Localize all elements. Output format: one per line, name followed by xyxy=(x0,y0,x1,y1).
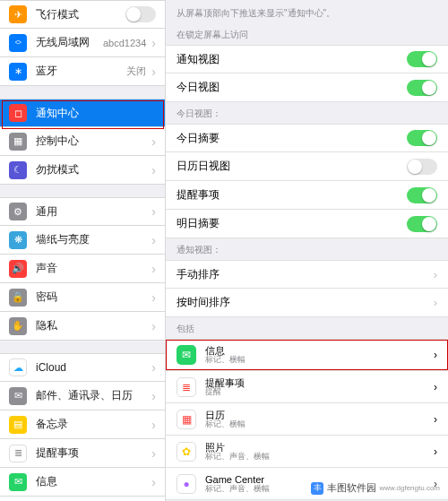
chevron-right-icon: › xyxy=(151,360,156,375)
chevron-right-icon: › xyxy=(151,319,156,333)
sidebar-item-privacy[interactable]: ✋隐私› xyxy=(0,312,165,341)
app-calendar-icon: ▦ xyxy=(177,410,196,429)
sidebar-item-facetime[interactable]: ■FaceTime› xyxy=(0,497,165,501)
row-label: 提醒事项 xyxy=(177,187,407,203)
row-sort-time[interactable]: 按时间排序› xyxy=(166,289,448,317)
chevron-right-icon: › xyxy=(434,413,437,426)
sidebar-item-value: abcd1234 xyxy=(103,38,146,48)
chevron-right-icon: › xyxy=(151,389,156,403)
section-header: 在锁定屏幕上访问 xyxy=(166,23,448,45)
app-row-app-reminders[interactable]: ≣提醒事项提醒› xyxy=(166,371,448,403)
app-gamecenter-icon: ● xyxy=(177,474,196,494)
row-sort-manual[interactable]: 手动排序› xyxy=(166,260,448,289)
sidebar-item-label: 墙纸与亮度 xyxy=(36,232,146,247)
chevron-right-icon: › xyxy=(434,445,437,458)
section-header: 包括 xyxy=(166,317,448,339)
sidebar-item-bluetooth[interactable]: ∗蓝牙关闭› xyxy=(0,57,165,86)
app-row-app-calendar[interactable]: ▦日历标记、横幅› xyxy=(166,403,448,436)
watermark-icon: 丰 xyxy=(311,482,323,495)
watermark-sub: www.dgfengtu.com xyxy=(379,484,440,492)
settings-sidebar: ✈飞行模式⌔无线局域网abcd1234›∗蓝牙关闭›◻通知中心▦控制中心›☾勿扰… xyxy=(0,0,166,501)
app-title: 日历 xyxy=(205,410,434,420)
chevron-right-icon: › xyxy=(151,204,156,219)
sidebar-item-value: 关闭 xyxy=(126,65,146,78)
dnd-icon: ☾ xyxy=(9,161,27,179)
row-label: 今日摘要 xyxy=(177,131,407,146)
chevron-right-icon: › xyxy=(434,296,437,309)
sidebar-item-label: 通用 xyxy=(36,204,146,220)
notification-center-icon: ◻ xyxy=(9,104,27,122)
chevron-right-icon: › xyxy=(151,36,156,50)
sidebar-item-label: 声音 xyxy=(36,261,146,276)
messages-icon: ✉ xyxy=(9,473,27,491)
airplane-switch[interactable] xyxy=(125,6,156,22)
app-sub: 标记、声音、横幅 xyxy=(205,453,434,462)
sidebar-item-airplane[interactable]: ✈飞行模式 xyxy=(0,0,165,29)
row-reminders[interactable]: 提醒事项 xyxy=(166,181,448,210)
chevron-right-icon: › xyxy=(151,163,156,177)
watermark: 丰 丰图软件园 www.dgfengtu.com xyxy=(308,480,443,496)
chevron-right-icon: › xyxy=(434,349,437,361)
row-label: 手动排序 xyxy=(177,267,434,282)
sidebar-item-label: 通知中心 xyxy=(36,106,156,121)
row-label: 按时间排序 xyxy=(177,295,434,310)
chevron-right-icon: › xyxy=(434,381,437,393)
notes-icon: ▤ xyxy=(9,416,27,434)
row-today-view[interactable]: 今日视图 xyxy=(166,73,448,102)
sidebar-item-control-center[interactable]: ▦控制中心› xyxy=(0,127,165,156)
chevron-right-icon: › xyxy=(151,418,156,432)
app-row-app-messages[interactable]: ✉信息标记、横幅› xyxy=(166,339,448,371)
app-title: 照片 xyxy=(205,442,434,453)
sidebar-item-notification-center[interactable]: ◻通知中心 xyxy=(0,99,165,127)
row-calendar-day[interactable]: 日历日视图 xyxy=(166,152,448,181)
today-summary-switch[interactable] xyxy=(407,130,437,146)
passcode-icon: 🔒 xyxy=(9,289,27,307)
chevron-right-icon: › xyxy=(151,262,156,276)
row-label: 通知视图 xyxy=(177,52,407,67)
sidebar-item-wifi[interactable]: ⌔无线局域网abcd1234› xyxy=(0,29,165,57)
mail-contacts-icon: ✉ xyxy=(9,387,27,405)
reminders-switch[interactable] xyxy=(407,187,437,203)
sidebar-item-label: 无线局域网 xyxy=(36,35,103,50)
sidebar-item-sounds[interactable]: 🔊声音› xyxy=(0,255,165,283)
sidebar-item-label: 控制中心 xyxy=(36,134,146,149)
chevron-right-icon: › xyxy=(151,134,156,149)
calendar-day-switch[interactable] xyxy=(407,159,437,175)
app-title: 提醒事项 xyxy=(205,377,434,388)
sounds-icon: 🔊 xyxy=(9,260,27,278)
app-sub: 标记、横幅 xyxy=(205,356,434,365)
sidebar-item-passcode[interactable]: 🔒密码› xyxy=(0,283,165,312)
sidebar-item-general[interactable]: ⚙通用› xyxy=(0,197,165,226)
sidebar-item-notes[interactable]: ▤备忘录› xyxy=(0,410,165,439)
app-row-app-photos[interactable]: ✿照片标记、声音、横幅› xyxy=(166,436,448,468)
sidebar-item-icloud[interactable]: ☁iCloud› xyxy=(0,353,165,382)
sidebar-item-wallpaper[interactable]: ❋墙纸与亮度› xyxy=(0,226,165,255)
app-sub: 标记、横幅 xyxy=(205,420,434,429)
watermark-title: 丰图软件园 xyxy=(327,481,376,495)
chevron-right-icon: › xyxy=(151,65,156,79)
wifi-icon: ⌔ xyxy=(9,34,27,52)
row-notification-view[interactable]: 通知视图 xyxy=(166,45,448,73)
sidebar-item-reminders[interactable]: ≣提醒事项› xyxy=(0,439,165,468)
general-icon: ⚙ xyxy=(9,203,27,220)
sidebar-item-label: iCloud xyxy=(36,361,146,374)
sidebar-item-dnd[interactable]: ☾勿扰模式› xyxy=(0,156,165,185)
notification-view-switch[interactable] xyxy=(407,51,437,67)
control-center-icon: ▦ xyxy=(9,133,27,151)
tomorrow-summary-switch[interactable] xyxy=(407,216,437,232)
icloud-icon: ☁ xyxy=(9,358,27,376)
sidebar-item-label: 飞行模式 xyxy=(36,7,125,22)
row-today-summary[interactable]: 今日摘要 xyxy=(166,124,448,152)
today-view-switch[interactable] xyxy=(407,80,437,96)
row-label: 日历日视图 xyxy=(177,159,407,174)
privacy-icon: ✋ xyxy=(9,317,27,335)
app-sub: 提醒 xyxy=(205,388,434,397)
row-tomorrow-summary[interactable]: 明日摘要 xyxy=(166,210,448,238)
chevron-right-icon: › xyxy=(151,290,156,305)
sidebar-item-messages[interactable]: ✉信息› xyxy=(0,468,165,497)
main-panel: 从屏幕顶部向下推送来显示"通知中心"。 在锁定屏幕上访问通知视图今日视图今日视图… xyxy=(166,0,448,501)
sidebar-item-label: 提醒事项 xyxy=(36,445,146,461)
section-header: 通知视图： xyxy=(166,238,448,260)
sidebar-item-mail-contacts[interactable]: ✉邮件、通讯录、日历› xyxy=(0,382,165,410)
chevron-right-icon: › xyxy=(151,475,156,489)
